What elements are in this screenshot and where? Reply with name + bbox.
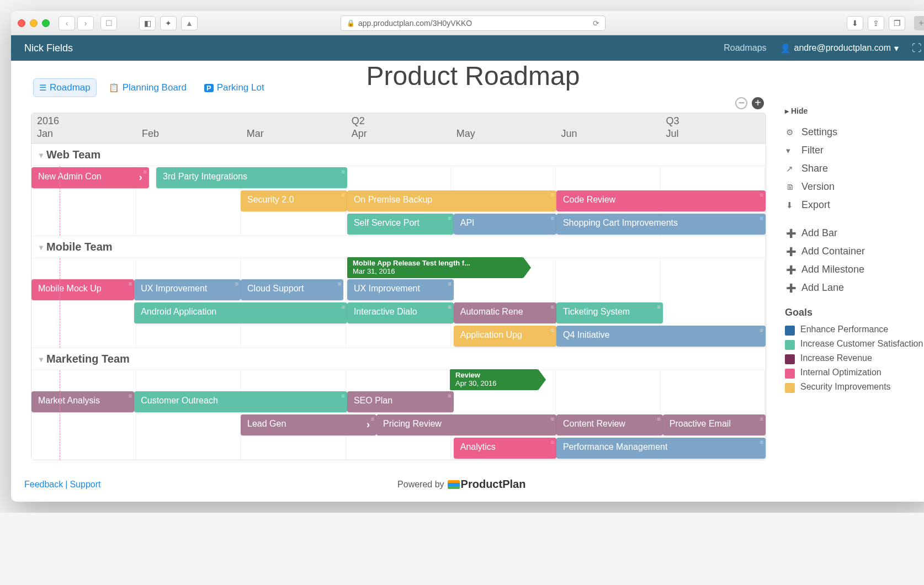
grip-icon: ≡ <box>760 193 763 197</box>
expand-chevron-icon[interactable]: › <box>367 419 370 430</box>
timeline-bar[interactable]: Q4 Initiative≡ <box>556 326 766 347</box>
close-window-button[interactable] <box>18 19 25 27</box>
timeline-bar[interactable]: Performance Management≡ <box>556 438 766 459</box>
timeline-bar[interactable]: Code Review≡ <box>556 190 766 211</box>
side-item-add-bar[interactable]: ➕Add Bar <box>785 224 924 242</box>
roadmap-icon: ☰ <box>39 83 46 93</box>
timeline-bar[interactable]: New Admin Con≡› <box>31 167 149 188</box>
zoom-in-button[interactable]: + <box>752 97 764 109</box>
side-item-filter[interactable]: ▾Filter <box>785 141 924 159</box>
lane-header[interactable]: ▾Mobile Team <box>31 236 766 258</box>
timeline-bar[interactable]: Market Analysis≡ <box>31 391 134 412</box>
milestone[interactable]: ReviewApr 30, 2016 <box>450 369 538 390</box>
legend-swatch <box>785 383 795 393</box>
legend-item[interactable]: Increase Revenue <box>785 352 924 366</box>
roadmaps-link[interactable]: Roadmaps <box>724 43 766 53</box>
bar-label: Application Upg <box>460 330 522 339</box>
milestone[interactable]: Mobile App Release Test length f...Mar 3… <box>347 257 523 278</box>
timeline-bar[interactable]: Security 2.0≡ <box>241 190 347 211</box>
wand-icon[interactable]: ✦ <box>160 16 177 30</box>
reload-icon[interactable]: ⟳ <box>593 19 599 28</box>
legend-item[interactable]: Internal Optimization <box>785 366 924 380</box>
side-item-add-container[interactable]: ➕Add Container <box>785 242 924 260</box>
legend-swatch <box>785 369 795 379</box>
sidebar-toggle-button[interactable]: ☐ <box>100 16 117 30</box>
fullscreen-icon[interactable]: ⛶ <box>912 42 922 54</box>
tabs-icon[interactable]: ❐ <box>889 16 905 30</box>
timeline-row: Android Application≡Interactive Dialo≡Au… <box>31 301 766 325</box>
productplan-logo[interactable]: ProductPlan <box>448 478 526 491</box>
timeline-bar[interactable]: Ticketing System≡ <box>556 302 663 323</box>
maximize-window-button[interactable] <box>42 19 50 27</box>
page-body: − + 2016 Q2 Q3 JanFebMarAprMayJunJul ▾We… <box>11 95 924 472</box>
back-button[interactable]: ‹ <box>59 16 75 30</box>
timeline-bar[interactable]: 3rd Party Integrations≡ <box>156 167 347 188</box>
legend-item[interactable]: Security Improvements <box>785 380 924 395</box>
grip-icon: ≡ <box>129 281 132 286</box>
address-bar[interactable]: 🔒 app.productplan.com/3H0yVKKO ⟳ <box>341 15 606 31</box>
timeline-bar[interactable]: Lead Gen≡› <box>241 414 376 435</box>
traffic-lights <box>18 19 50 27</box>
timeline-bar[interactable]: Cloud Support≡ <box>241 279 343 300</box>
forward-button[interactable]: › <box>77 16 94 30</box>
tab-roadmap[interactable]: ☰ Roadmap <box>33 78 97 97</box>
timeline-bar[interactable]: Content Review≡ <box>556 414 663 435</box>
timeline-bar[interactable]: Proactive Email≡ <box>663 414 766 435</box>
side-item-version[interactable]: 🗎Version <box>785 178 924 196</box>
side-item-label: Export <box>801 199 830 211</box>
side-item-add-lane[interactable]: ➕Add Lane <box>785 279 924 297</box>
lane-name: Mobile Team <box>46 241 113 253</box>
side-item-export[interactable]: ⬇Export <box>785 196 924 214</box>
zoom-out-button[interactable]: − <box>735 97 747 109</box>
lane-header[interactable]: ▾Marketing Team <box>31 348 766 370</box>
timeline-bar[interactable]: Interactive Dialo≡ <box>347 302 454 323</box>
timeline-bar[interactable]: Automatic Rene≡ <box>454 302 556 323</box>
minimize-window-button[interactable] <box>30 19 38 27</box>
lane: ▾Mobile TeamMobile App Release Test leng… <box>31 236 766 348</box>
tab-parking-lot[interactable]: P Parking Lot <box>199 78 270 97</box>
side-item-settings[interactable]: ⚙Settings <box>785 123 924 141</box>
timeline-bar[interactable]: Analytics≡ <box>454 438 556 459</box>
feedback-link[interactable]: Feedback <box>24 480 63 490</box>
new-tab-button[interactable]: + <box>914 16 924 30</box>
timeline-row: Mobile Mock Up≡UX Improvement≡Cloud Supp… <box>31 278 766 301</box>
grip-icon: ≡ <box>760 417 763 421</box>
timeline-bar[interactable]: Application Upg≡ <box>454 326 556 347</box>
app-header: Nick Fields Roadmaps 👤 andre@productplan… <box>11 35 924 61</box>
bar-label: Automatic Rene <box>460 307 523 316</box>
user-menu[interactable]: 👤 andre@productplan.com ▾ <box>780 43 899 54</box>
month-label: Mar <box>241 127 346 143</box>
grip-icon: ≡ <box>551 440 554 444</box>
support-link[interactable]: Support <box>70 480 100 490</box>
timeline-bar[interactable]: UX Improvement≡ <box>134 279 241 300</box>
timeline-bar[interactable]: Pricing Review≡ <box>376 414 556 435</box>
lanes-container: ▾Web TeamNew Admin Con≡›3rd Party Integr… <box>31 143 766 460</box>
tab-planning-board[interactable]: 📋 Planning Board <box>103 78 192 97</box>
legend-item[interactable]: Enhance Performance <box>785 323 924 337</box>
chevron-down-icon: ▾ <box>39 151 43 159</box>
timeline-bar[interactable]: Customer Outreach≡ <box>134 391 347 412</box>
grip-icon: ≡ <box>448 281 451 286</box>
timeline-bar[interactable]: Self Service Port≡ <box>347 214 454 235</box>
plus-circle-icon: ➕ <box>786 228 796 238</box>
extension-icon[interactable]: ◧ <box>139 16 156 30</box>
timeline-bar[interactable]: On Premise Backup≡ <box>347 190 556 211</box>
timeline-bar[interactable]: UX Improvement≡ <box>347 279 454 300</box>
expand-chevron-icon[interactable]: › <box>139 172 142 183</box>
share-chrome-icon[interactable]: ⇪ <box>868 16 884 30</box>
warning-icon[interactable]: ▲ <box>181 16 198 30</box>
timeline-bar[interactable]: API≡ <box>454 214 556 235</box>
side-item-add-milestone[interactable]: ➕Add Milestone <box>785 260 924 279</box>
timeline-bar[interactable]: Mobile Mock Up≡ <box>31 279 134 300</box>
timeline-bar[interactable]: SEO Plan≡ <box>347 391 454 412</box>
downloads-icon[interactable]: ⬇ <box>847 16 863 30</box>
logo-bars-icon <box>448 480 460 489</box>
grip-icon: ≡ <box>341 305 344 309</box>
lane-header[interactable]: ▾Web Team <box>31 144 766 166</box>
timeline-bar[interactable]: Shopping Cart Improvements≡ <box>556 214 766 235</box>
side-item-share[interactable]: ↗Share <box>785 159 924 178</box>
bar-label: Shopping Cart Improvements <box>563 218 678 227</box>
legend-item[interactable]: Increase Customer Satisfaction <box>785 337 924 352</box>
hide-panel-button[interactable]: ▸ Hide <box>785 107 924 115</box>
timeline-bar[interactable]: Android Application≡ <box>134 302 347 323</box>
